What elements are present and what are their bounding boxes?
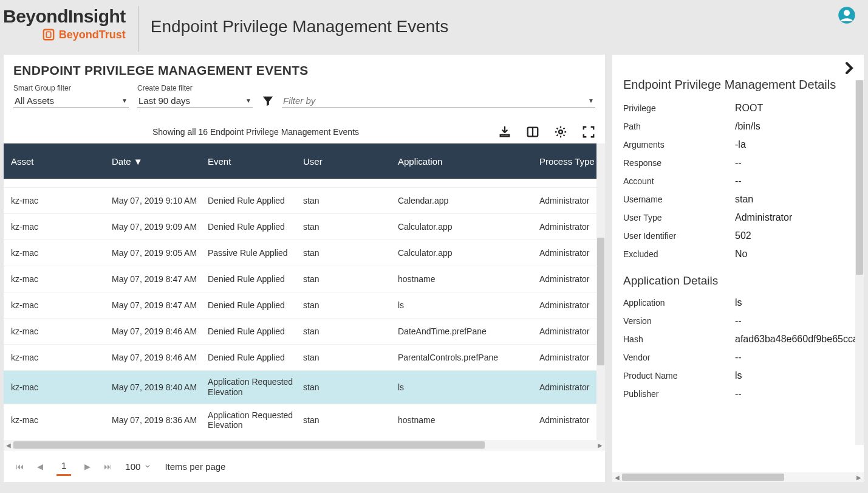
detail-label: Arguments — [623, 140, 735, 150]
table-horizontal-scrollbar[interactable]: ◀ ▶ — [4, 440, 605, 450]
detail-value: ls — [735, 297, 864, 308]
smart-group-label: Smart Group filter — [13, 84, 129, 92]
page-number[interactable]: 1 — [56, 457, 71, 476]
scrollbar-thumb[interactable] — [597, 238, 604, 365]
showing-text: Showing all 16 Endpoint Privilege Manage… — [152, 127, 359, 137]
detail-label: Path — [623, 122, 735, 131]
details-header-bar — [612, 55, 864, 75]
cell-asset: kz-mac — [9, 248, 112, 258]
logo-sub-text: BeyondTrust — [59, 29, 126, 41]
page-last-button[interactable]: ⏭ — [104, 462, 112, 471]
details-title: Endpoint Privilege Management Details — [612, 75, 864, 99]
cell-process-type: Administrator — [539, 382, 600, 392]
smart-group-value: All Assets — [15, 95, 54, 106]
gear-icon — [554, 125, 567, 139]
user-menu[interactable] — [838, 6, 856, 24]
scrollbar-thumb[interactable] — [622, 474, 784, 481]
logo-block: BeyondInsight BeyondTrust — [3, 6, 138, 52]
scroll-left-arrow[interactable]: ◀ — [4, 442, 13, 449]
detail-label: Account — [623, 176, 735, 186]
detail-value: No — [735, 249, 864, 260]
detail-value: /bin/ls — [735, 121, 864, 132]
table-vertical-scrollbar[interactable] — [596, 143, 605, 440]
scrollbar-thumb[interactable] — [856, 80, 863, 275]
col-header-application[interactable]: Application — [398, 156, 539, 167]
cell-process-type: Administrator — [539, 222, 600, 232]
detail-label: Application — [623, 298, 735, 308]
cell-process-type: Administrator — [539, 415, 600, 425]
cell-event: Application Requested Elevation — [208, 377, 303, 398]
table-row[interactable]: kz-macMay 07, 2019 8:47 AMDenied Rule Ap… — [4, 266, 605, 292]
cell-process-type: Administrator — [539, 326, 600, 336]
table-row[interactable]: kz-macMay 07, 2019 9:09 AMDenied Rule Ap… — [4, 214, 605, 240]
cell-asset: kz-mac — [9, 353, 112, 362]
cell-event: Passive Rule Applied — [208, 248, 303, 258]
cell-date: May 07, 2019 8:47 AM — [112, 300, 208, 310]
page-first-button[interactable]: ⏮ — [16, 462, 24, 471]
scroll-right-arrow[interactable]: ▶ — [854, 474, 864, 481]
scroll-track[interactable] — [13, 441, 595, 449]
col-header-date[interactable]: Date ▼ — [112, 156, 208, 167]
detail-label: Product Name — [623, 371, 735, 381]
table-row[interactable]: kz-macMay 07, 2019 8:47 AMDenied Rule Ap… — [4, 292, 605, 319]
cell-application: ls — [398, 382, 539, 392]
col-header-event[interactable]: Event — [208, 156, 303, 167]
details-vertical-scrollbar[interactable] — [855, 80, 864, 445]
detail-value: ls — [735, 370, 864, 381]
scroll-right-arrow[interactable]: ▶ — [595, 442, 605, 449]
create-date-select[interactable]: Last 90 days ▼ — [137, 94, 253, 108]
details-panel: Endpoint Privilege Management Details Pr… — [612, 55, 864, 482]
table-row[interactable]: kz-macMay 07, 2019 8:46 AMDenied Rule Ap… — [4, 345, 605, 371]
filter-by-placeholder: Filter by — [283, 95, 315, 106]
download-icon — [498, 125, 511, 139]
table-row[interactable]: kz-macMay 07, 2019 8:46 AMDenied Rule Ap… — [4, 319, 605, 345]
detail-label: Publisher — [623, 389, 735, 399]
scroll-track[interactable] — [622, 474, 854, 481]
detail-row: PrivilegeROOT — [623, 99, 864, 117]
table-row[interactable]: kz-macMay 07, 2019 9:10 AMDenied Rule Ap… — [4, 188, 605, 214]
cell-asset: kz-mac — [9, 274, 112, 284]
smart-group-select[interactable]: All Assets ▼ — [13, 94, 129, 108]
cell-event: Denied Rule Applied — [208, 196, 303, 206]
download-button[interactable] — [498, 125, 511, 139]
cell-user: stan — [303, 222, 398, 232]
table-row[interactable]: kz-macMay 07, 2019 9:05 AMPassive Rule A… — [4, 240, 605, 266]
cell-user: stan — [303, 353, 398, 362]
detail-label: User Identifier — [623, 231, 735, 241]
scroll-left-arrow[interactable]: ◀ — [612, 474, 622, 481]
items-per-page-label: Items per page — [165, 461, 225, 472]
cell-user: stan — [303, 196, 398, 205]
detail-row: Hashafad63ba48e660df9be65ccae — [623, 330, 864, 348]
fullscreen-button[interactable] — [582, 125, 595, 139]
collapse-panel-button[interactable] — [842, 61, 856, 75]
detail-label: User Type — [623, 213, 735, 222]
table-row[interactable]: kz-macMay 07, 2019 8:40 AMApplication Re… — [4, 371, 605, 404]
filter-by-select[interactable]: Filter by ▼ — [282, 94, 595, 108]
page-next-button[interactable]: ▶ — [84, 462, 91, 471]
page-prev-button[interactable]: ◀ — [37, 462, 43, 471]
cell-asset: kz-mac — [9, 415, 112, 425]
page-size-value: 100 — [125, 461, 140, 472]
cell-application: DateAndTime.prefPane — [398, 326, 539, 336]
columns-button[interactable] — [526, 125, 539, 139]
settings-button[interactable] — [554, 125, 567, 139]
beyondtrust-icon — [42, 28, 55, 41]
col-header-process-type[interactable]: Process Type — [539, 156, 600, 167]
detail-row: Publisher-- — [623, 385, 864, 403]
details-horizontal-scrollbar[interactable]: ◀ ▶ — [612, 472, 864, 482]
table-body: kz-macMay 07, 2019 9:10 AMDenied Rule Ap… — [4, 179, 605, 428]
cell-asset: kz-mac — [9, 196, 112, 205]
cell-date: May 07, 2019 8:36 AM — [112, 415, 208, 425]
filter-icon — [261, 94, 275, 108]
table-row[interactable]: kz-macMay 07, 2019 8:36 AMApplication Re… — [4, 404, 605, 428]
cell-user: stan — [303, 382, 398, 392]
page-size-select[interactable]: 100 — [125, 461, 151, 472]
scrollbar-thumb[interactable] — [13, 441, 485, 449]
detail-value: -- — [735, 315, 864, 326]
detail-value: -- — [735, 176, 864, 187]
chevron-down-icon: ▼ — [245, 97, 251, 104]
svg-rect-0 — [44, 30, 54, 40]
col-header-asset[interactable]: Asset — [9, 156, 112, 167]
cell-process-type: Administrator — [539, 196, 600, 205]
col-header-user[interactable]: User — [303, 156, 398, 167]
